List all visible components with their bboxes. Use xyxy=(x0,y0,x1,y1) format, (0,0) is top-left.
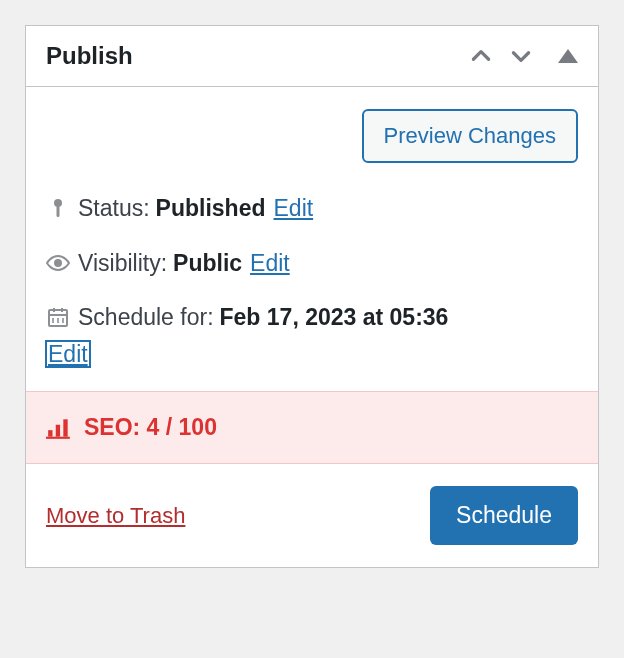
preview-changes-button[interactable]: Preview Changes xyxy=(362,109,578,163)
panel-toggles xyxy=(468,43,578,69)
svg-rect-10 xyxy=(48,430,52,437)
move-to-trash-link[interactable]: Move to Trash xyxy=(46,503,185,529)
svg-rect-12 xyxy=(63,419,67,436)
schedule-row: Schedule for: Feb 17, 2023 at 05:36 Edit xyxy=(46,300,578,371)
edit-visibility-link[interactable]: Edit xyxy=(250,246,290,281)
panel-body: Preview Changes Status: Published Edit V… xyxy=(26,87,598,391)
panel-header: Publish xyxy=(26,26,598,87)
schedule-button[interactable]: Schedule xyxy=(430,486,578,545)
move-up-icon[interactable] xyxy=(468,43,494,69)
panel-footer: Move to Trash Schedule xyxy=(26,464,598,567)
key-icon xyxy=(46,196,78,220)
move-down-icon[interactable] xyxy=(508,43,534,69)
preview-row: Preview Changes xyxy=(46,109,578,163)
seo-bar: SEO: 4 / 100 xyxy=(26,391,598,464)
calendar-icon xyxy=(46,305,78,329)
chart-icon xyxy=(46,417,72,439)
eye-icon xyxy=(46,251,78,275)
status-value: Published xyxy=(156,191,266,226)
seo-text: SEO: 4 / 100 xyxy=(84,414,217,441)
schedule-label: Schedule for: xyxy=(78,300,214,335)
publish-panel: Publish Preview Changes Status: Publishe… xyxy=(25,25,599,568)
svg-rect-1 xyxy=(57,206,60,217)
svg-point-0 xyxy=(54,199,62,207)
svg-rect-13 xyxy=(46,436,70,438)
svg-rect-11 xyxy=(56,424,60,436)
visibility-row: Visibility: Public Edit xyxy=(46,246,578,281)
schedule-value: Feb 17, 2023 at 05:36 xyxy=(220,300,449,335)
edit-schedule-link[interactable]: Edit xyxy=(46,341,90,367)
edit-status-link[interactable]: Edit xyxy=(274,191,314,226)
visibility-value: Public xyxy=(173,246,242,281)
status-label: Status: xyxy=(78,191,150,226)
svg-point-2 xyxy=(55,260,61,266)
collapse-icon[interactable] xyxy=(558,49,578,63)
status-row: Status: Published Edit xyxy=(46,191,578,226)
visibility-label: Visibility: xyxy=(78,246,167,281)
panel-title: Publish xyxy=(46,42,133,70)
